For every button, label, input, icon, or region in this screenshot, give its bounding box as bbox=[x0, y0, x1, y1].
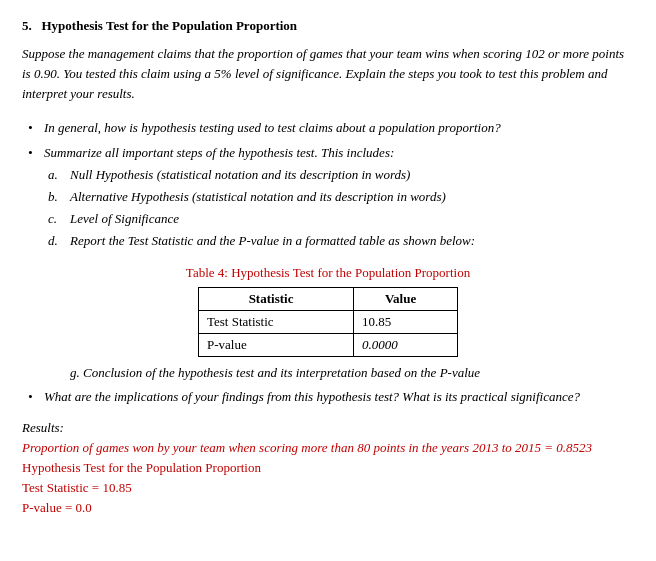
last-bullet-list: What are the implications of your findin… bbox=[22, 387, 634, 407]
cell-value-2: 0.0000 bbox=[354, 334, 458, 357]
results-label: Results: bbox=[22, 420, 634, 436]
bullet-item-2: Summarize all important steps of the hyp… bbox=[44, 143, 634, 252]
results-line4: P-value = 0.0 bbox=[22, 498, 634, 518]
intro-paragraph: Suppose the management claims that the p… bbox=[22, 44, 634, 104]
table-row-pvalue: P-value 0.0000 bbox=[199, 334, 458, 357]
hypothesis-table: Statistic Value Test Statistic 10.85 P-v… bbox=[198, 287, 458, 357]
results-line3: Test Statistic = 10.85 bbox=[22, 478, 634, 498]
bullet-item-1: In general, how is hypothesis testing us… bbox=[44, 118, 634, 138]
sub-item-c: c. Level of Significance bbox=[70, 209, 634, 229]
results-line2: Hypothesis Test for the Population Propo… bbox=[22, 458, 634, 478]
results-line1: Proportion of games won by your team whe… bbox=[22, 438, 634, 458]
section-number: 5. bbox=[22, 18, 32, 33]
main-bullet-list: In general, how is hypothesis testing us… bbox=[22, 118, 634, 251]
sub-list: a. Null Hypothesis (statistical notation… bbox=[44, 165, 634, 252]
section-heading: 5. Hypothesis Test for the Population Pr… bbox=[22, 18, 634, 34]
sub-label-d: d. bbox=[48, 231, 58, 251]
section-title: Hypothesis Test for the Population Propo… bbox=[42, 18, 298, 33]
cell-statistic-1: Test Statistic bbox=[199, 311, 354, 334]
sub-item-g: g. Conclusion of the hypothesis test and… bbox=[22, 363, 634, 383]
results-section: Results: Proportion of games won by your… bbox=[22, 420, 634, 519]
table-caption: Table 4: Hypothesis Test for the Populat… bbox=[22, 265, 634, 281]
sub-label-c: c. bbox=[48, 209, 57, 229]
table-row-test-statistic: Test Statistic 10.85 bbox=[199, 311, 458, 334]
sub-item-d: d. Report the Test Statistic and the P-v… bbox=[70, 231, 634, 251]
cell-value-1: 10.85 bbox=[354, 311, 458, 334]
cell-statistic-2: P-value bbox=[199, 334, 354, 357]
sub-item-b: b. Alternative Hypothesis (statistical n… bbox=[70, 187, 634, 207]
bullet-item-last: What are the implications of your findin… bbox=[44, 387, 634, 407]
sub-item-a: a. Null Hypothesis (statistical notation… bbox=[70, 165, 634, 185]
sub-label-a: a. bbox=[48, 165, 58, 185]
sub-label-b: b. bbox=[48, 187, 58, 207]
col-header-statistic: Statistic bbox=[199, 288, 354, 311]
col-header-value: Value bbox=[354, 288, 458, 311]
